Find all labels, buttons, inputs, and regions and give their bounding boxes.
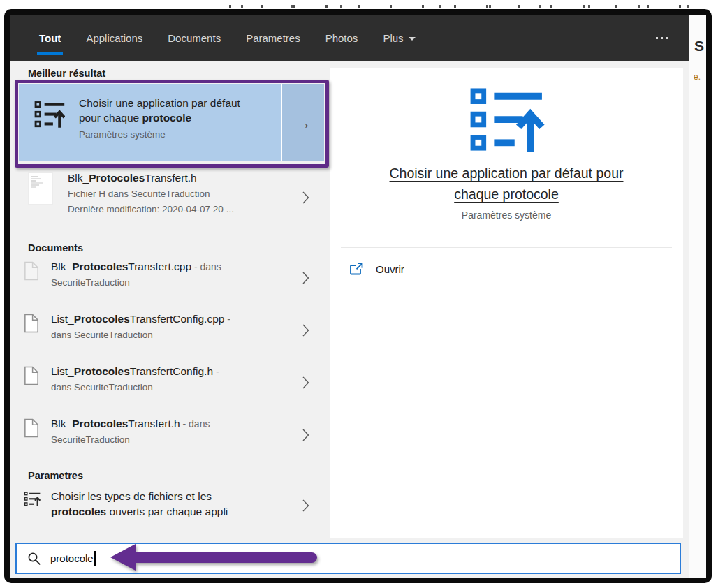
- open-action[interactable]: Ouvrir: [349, 263, 683, 275]
- default-apps-icon-large: [468, 87, 545, 153]
- text-cursor: [94, 551, 96, 566]
- search-query-text: protocole: [50, 552, 94, 564]
- document-result-text: Blk_ProtocolesTransfert.cpp - dans Secur…: [51, 259, 221, 307]
- open-external-icon: [349, 263, 363, 275]
- document-result-row[interactable]: Blk_ProtocolesTransfert.cpp - dans Secur…: [10, 255, 322, 307]
- preview-divider: [341, 247, 672, 248]
- magnifier-icon: [27, 552, 41, 566]
- results-panel: Meilleur résultat Choisir une applicatio…: [10, 61, 322, 543]
- tab-parametres[interactable]: Parametres: [246, 16, 300, 61]
- annotation-arrow-head: [110, 544, 136, 571]
- file-result-top[interactable]: Blk_ProtocolesTransfert.h Fichier H dans…: [10, 170, 322, 232]
- document-location: SecuriteTraduction: [51, 275, 221, 290]
- page-edge-sliver: S e.: [689, 15, 706, 578]
- match-highlight: protocole: [142, 112, 192, 124]
- file-detail-line2: Dernière modification: 2020-04-07 20 ...: [68, 202, 234, 216]
- best-result-subtitle: Paramètres système: [79, 129, 240, 140]
- expand-preview-button[interactable]: →: [281, 84, 324, 161]
- preview-title-line2: chaque protocole: [330, 184, 683, 205]
- best-result-title-line1: Choisir une application par défaut: [79, 96, 240, 110]
- document-thumbnail-icon: [28, 172, 53, 205]
- chevron-right-icon: [302, 272, 309, 284]
- best-result-item[interactable]: Choisir une application par défaut pour …: [19, 84, 324, 161]
- best-result-header: Meilleur résultat: [28, 66, 322, 80]
- default-apps-icon: [34, 101, 65, 128]
- edge-text-fragment: S: [694, 38, 704, 54]
- match-highlight: Protocoles: [72, 260, 128, 272]
- match-highlight: Protocoles: [74, 313, 130, 325]
- match-highlight: protocoles: [51, 506, 106, 517]
- match-highlight: Protocoles: [89, 172, 145, 184]
- file-name: Blk_ProtocolesTransfert.h: [68, 170, 234, 186]
- preview-subtitle: Paramètres système: [330, 210, 683, 221]
- chevron-right-icon: [302, 429, 309, 441]
- file-icon: [24, 366, 39, 385]
- documents-header: Documents: [28, 241, 322, 255]
- file-icon: [24, 261, 39, 281]
- document-result-text: List_ProtocolesTransfertConfig.cpp - dan…: [51, 311, 230, 360]
- file-detail-line1: Fichier H dans SecuriteTraduction: [68, 186, 234, 201]
- file-icon: [24, 314, 39, 333]
- results-area: Meilleur résultat Choisir une applicatio…: [10, 61, 689, 543]
- file-icon: [24, 418, 39, 438]
- chevron-right-icon: [302, 191, 309, 204]
- settings-line2: protocoles ouverts par chaque appli: [51, 504, 228, 520]
- search-filter-tabbar: Tout Applications Documents Parametres P…: [10, 15, 689, 61]
- preview-panel: Choisir une application par défaut pour …: [330, 68, 683, 538]
- document-name: Blk_ProtocolesTransfert.h - dans: [51, 416, 210, 432]
- tab-plus[interactable]: Plus: [383, 16, 415, 61]
- settings-header: Parametres: [28, 469, 322, 483]
- best-result-text: Choisir une application par défaut pour …: [79, 96, 240, 161]
- chevron-right-icon: [302, 324, 309, 337]
- file-result-text: Blk_ProtocolesTransfert.h Fichier H dans…: [68, 170, 234, 232]
- settings-result-text: Choisir les types de fichiers et les pro…: [51, 489, 228, 534]
- preview-title-line1: Choisir une application par défaut pour: [330, 163, 683, 184]
- match-highlight: Protocoles: [74, 365, 130, 377]
- caret-down-icon: [409, 37, 416, 41]
- document-name: List_ProtocolesTransfertConfig.cpp -: [51, 311, 230, 327]
- tab-tout[interactable]: Tout: [39, 16, 61, 61]
- match-highlight: Protocoles: [72, 418, 128, 429]
- screenshot-border-frame: Tout Applications Documents Parametres P…: [4, 9, 712, 583]
- document-result-text: Blk_ProtocolesTransfert.h - dans Securit…: [51, 416, 210, 464]
- document-location: dans SecuriteTraduction: [51, 328, 230, 342]
- document-name: Blk_ProtocolesTransfert.cpp - dans: [51, 259, 221, 274]
- ellipsis-icon: [656, 37, 658, 39]
- more-options-button[interactable]: [653, 30, 671, 46]
- document-location: SecuriteTraduction: [51, 432, 210, 447]
- default-apps-icon: [24, 492, 41, 506]
- clipped-background-text: [229, 5, 690, 8]
- document-result-row[interactable]: List_ProtocolesTransfertConfig.h - dans …: [10, 360, 322, 412]
- document-result-text: List_ProtocolesTransfertConfig.h - dans …: [51, 364, 219, 412]
- document-result-row[interactable]: List_ProtocolesTransfertConfig.cpp - dan…: [10, 307, 322, 360]
- tab-plus-label: Plus: [383, 32, 403, 44]
- best-result-title-line2: pour chaque protocole: [79, 110, 240, 125]
- best-result-main[interactable]: Choisir une application par défaut pour …: [19, 84, 281, 161]
- annotation-arrow-shaft: [134, 552, 317, 563]
- document-name: List_ProtocolesTransfertConfig.h -: [51, 364, 219, 379]
- chevron-right-icon: [302, 376, 309, 389]
- windows-search-flyout: Tout Applications Documents Parametres P…: [10, 15, 689, 578]
- preview-title-link[interactable]: Choisir une application par défaut pour …: [330, 163, 683, 205]
- chevron-right-icon: [302, 499, 309, 512]
- tab-documents[interactable]: Documents: [168, 16, 221, 61]
- open-action-label: Ouvrir: [376, 263, 404, 275]
- settings-result-row[interactable]: Choisir les types de fichiers et les pro…: [10, 483, 322, 534]
- settings-line1: Choisir les types de fichiers et les: [51, 489, 228, 504]
- right-arrow-icon: →: [295, 114, 312, 133]
- edge-text-fragment: e.: [694, 72, 701, 82]
- tab-photos[interactable]: Photos: [325, 16, 358, 61]
- document-location: dans SecuriteTraduction: [51, 380, 219, 395]
- document-result-row[interactable]: Blk_ProtocolesTransfert.h - dans Securit…: [10, 412, 322, 464]
- tab-applications[interactable]: Applications: [86, 16, 142, 61]
